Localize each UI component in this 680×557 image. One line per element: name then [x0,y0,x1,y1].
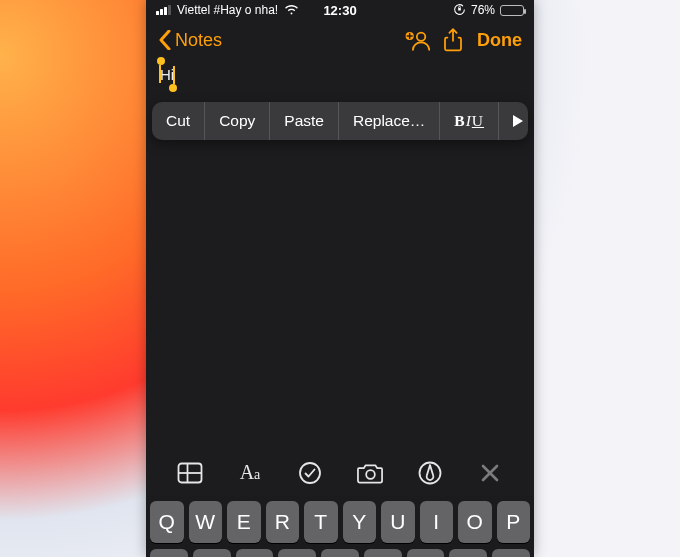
back-label: Notes [175,30,222,51]
pen-circle-icon [418,461,442,485]
nav-bar: Notes Done [146,18,534,62]
key-e[interactable]: E [227,501,261,543]
aa-icon: Aa [240,461,261,484]
key-p[interactable]: P [497,501,531,543]
replace-button[interactable]: Replace… [339,102,440,140]
triangle-right-icon [511,114,525,128]
phone-screen: Viettel #Hay o nha! 12:30 76% Notes [146,0,534,557]
keyboard: Q W E R T Y U I O P [146,495,534,557]
markup-button[interactable] [415,458,445,488]
key-w[interactable]: W [189,501,223,543]
table-icon [177,462,203,484]
battery-icon [500,5,524,16]
close-icon [480,463,500,483]
svg-point-7 [366,470,375,479]
key-y[interactable]: Y [343,501,377,543]
camera-icon [357,462,384,484]
add-people-button[interactable] [399,22,435,58]
svg-rect-0 [458,7,461,10]
back-button[interactable]: Notes [158,30,222,51]
keyboard-toolbar: Aa [146,450,534,495]
text-context-menu: Cut Copy Paste Replace… BIU [152,102,528,140]
status-bar: Viettel #Hay o nha! 12:30 76% [146,0,534,18]
key-r[interactable]: R [266,501,300,543]
add-people-icon [404,29,430,51]
wifi-icon [284,3,299,18]
cut-button[interactable]: Cut [152,102,205,140]
signal-icon [156,5,171,15]
key-o[interactable]: O [458,501,492,543]
orientation-lock-icon [453,3,466,18]
keyboard-row-2-peek [150,549,530,557]
svg-point-6 [300,463,320,483]
key-u[interactable]: U [381,501,415,543]
key-i[interactable]: I [420,501,454,543]
note-editor[interactable]: Hi [146,62,534,82]
share-icon [443,28,463,52]
share-button[interactable] [435,22,471,58]
chevron-left-icon [158,30,172,50]
svg-point-1 [417,33,425,41]
paste-button[interactable]: Paste [270,102,339,140]
done-button[interactable]: Done [477,30,522,51]
table-button[interactable] [175,458,205,488]
check-circle-icon [298,461,322,485]
camera-button[interactable] [355,458,385,488]
keyboard-row-1: Q W E R T Y U I O P [150,501,530,543]
battery-pct: 76% [471,3,495,17]
more-arrow-button[interactable] [499,102,528,140]
note-empty-area[interactable] [146,140,534,450]
checklist-button[interactable] [295,458,325,488]
carrier-label: Viettel #Hay o nha! [177,3,278,17]
text-format-button[interactable]: Aa [235,458,265,488]
copy-button[interactable]: Copy [205,102,270,140]
selection-handle-start[interactable] [157,57,165,65]
format-biu-button[interactable]: BIU [440,102,499,140]
key-t[interactable]: T [304,501,338,543]
key-q[interactable]: Q [150,501,184,543]
dismiss-toolbar-button[interactable] [475,458,505,488]
selection-handle-end[interactable] [169,84,177,92]
selected-text[interactable]: Hi [160,66,174,83]
wallpaper: Viettel #Hay o nha! 12:30 76% Notes [0,0,680,557]
clock: 12:30 [323,3,356,18]
